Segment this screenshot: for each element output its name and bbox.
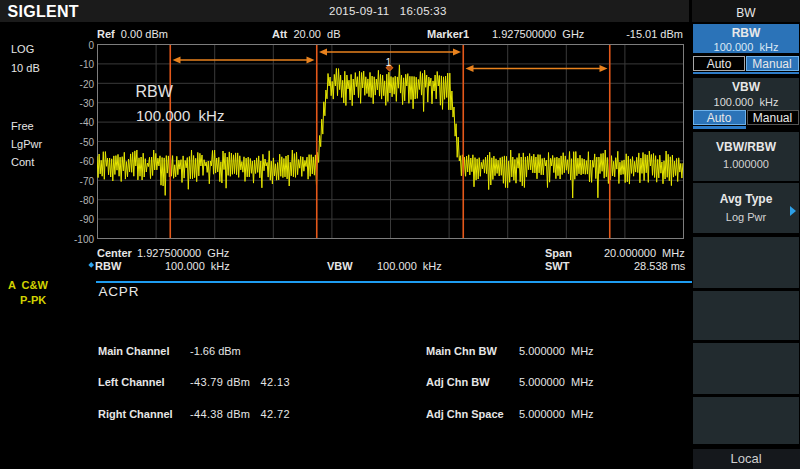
svg-text:1: 1 [386,56,392,68]
